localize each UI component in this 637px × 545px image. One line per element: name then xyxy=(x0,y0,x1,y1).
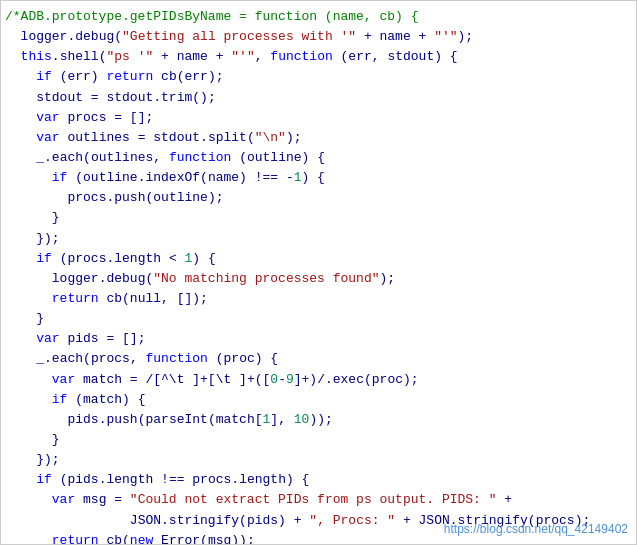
code-display: /*ADB.prototype.getPIDsByName = function… xyxy=(1,1,636,545)
watermark: https://blog.csdn.net/qq_42149402 xyxy=(444,522,628,536)
code-container: /*ADB.prototype.getPIDsByName = function… xyxy=(0,0,637,545)
